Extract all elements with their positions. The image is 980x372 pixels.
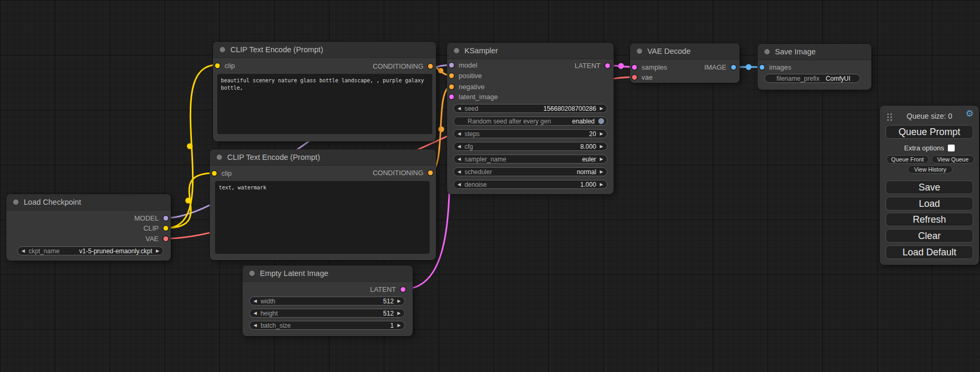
- queue-prompt-button[interactable]: Queue Prompt: [886, 125, 973, 139]
- view-queue-button[interactable]: View Queue: [932, 155, 974, 164]
- increment-arrow-icon[interactable]: ▶: [394, 297, 404, 305]
- widget-value[interactable]: 8.000: [580, 143, 596, 150]
- increment-arrow-icon[interactable]: ▶: [596, 104, 607, 112]
- increment-arrow-icon[interactable]: ▶: [394, 321, 404, 329]
- input-slot-images[interactable]: images: [760, 62, 791, 72]
- widget-value[interactable]: 1: [390, 322, 394, 329]
- node-title-bar[interactable]: CLIP Text Encode (Prompt): [213, 42, 436, 58]
- widget-value[interactable]: euler: [582, 156, 596, 163]
- widget-value[interactable]: 1.000: [580, 181, 596, 188]
- input-slot-negative[interactable]: negative: [449, 82, 484, 91]
- view-history-button[interactable]: View History: [908, 165, 953, 174]
- node-empty-latent-image[interactable]: Empty Latent Image LATENT ◀ width 512 ▶ …: [242, 265, 413, 336]
- node-clip-text-encode-negative[interactable]: CLIP Text Encode (Prompt) clip CONDITION…: [210, 149, 436, 260]
- increment-arrow-icon[interactable]: ▶: [394, 309, 404, 317]
- node-vae-decode[interactable]: VAE Decode samples vae IMAGE: [630, 43, 740, 83]
- widget-seed[interactable]: ◀ seed 156680208700286 ▶: [453, 104, 607, 113]
- toggle-knob-icon[interactable]: [598, 118, 604, 124]
- widget-value[interactable]: v1-5-pruned-emaonly.ckpt: [79, 247, 152, 255]
- port-dot-clip[interactable]: [163, 226, 168, 231]
- widget-steps[interactable]: ◀ steps 20 ▶: [453, 129, 607, 138]
- widget-batch-size[interactable]: ◀ batch_size 1 ▶: [249, 321, 405, 330]
- port-dot-conditioning[interactable]: [428, 64, 433, 69]
- node-title-bar[interactable]: Empty Latent Image: [242, 265, 413, 282]
- widget-scheduler[interactable]: ◀ scheduler normal ▶: [453, 167, 607, 176]
- node-title-bar[interactable]: Load Checkpoint: [6, 194, 171, 211]
- decrement-arrow-icon[interactable]: ◀: [454, 104, 464, 112]
- node-load-checkpoint[interactable]: Load Checkpoint MODEL CLIP VAE ◀ ckpt_na…: [6, 194, 171, 261]
- node-title-bar[interactable]: Save Image: [758, 44, 871, 60]
- input-slot-model[interactable]: model: [449, 60, 477, 70]
- output-slot-latent[interactable]: LATENT: [370, 284, 405, 294]
- increment-arrow-icon[interactable]: ▶: [152, 247, 163, 255]
- node-title-bar[interactable]: CLIP Text Encode (Prompt): [210, 149, 436, 166]
- negative-prompt-textarea[interactable]: text, watermark: [215, 181, 430, 254]
- output-slot-image[interactable]: IMAGE: [704, 62, 736, 72]
- widget-sampler-name[interactable]: ◀ sampler_name euler ▶: [453, 155, 607, 164]
- positive-prompt-textarea[interactable]: beautiful scenery nature glass bottle la…: [217, 74, 432, 134]
- input-slot-clip[interactable]: clip: [212, 168, 232, 178]
- collapse-dot-icon[interactable]: [249, 271, 255, 276]
- input-slot-positive[interactable]: positive: [449, 71, 482, 80]
- collapse-dot-icon[interactable]: [764, 49, 770, 54]
- increment-arrow-icon[interactable]: ▶: [596, 168, 607, 176]
- increment-arrow-icon[interactable]: ▶: [596, 180, 607, 188]
- collapse-dot-icon[interactable]: [454, 48, 459, 53]
- widget-cfg[interactable]: ◀ cfg 8.000 ▶: [453, 142, 607, 151]
- port-dot-model[interactable]: [163, 216, 168, 221]
- port-dot-latent[interactable]: [449, 94, 454, 99]
- widget-value[interactable]: 512: [383, 310, 394, 317]
- input-slot-samples[interactable]: samples: [632, 62, 667, 72]
- output-slot-vae[interactable]: VAE: [145, 234, 168, 243]
- increment-arrow-icon[interactable]: ▶: [596, 155, 607, 163]
- collapse-dot-icon[interactable]: [637, 49, 642, 54]
- increment-arrow-icon[interactable]: ▶: [596, 142, 607, 150]
- clear-button[interactable]: Clear: [886, 229, 973, 243]
- decrement-arrow-icon[interactable]: ◀: [250, 309, 260, 317]
- increment-arrow-icon[interactable]: ▶: [596, 130, 607, 138]
- load-default-button[interactable]: Load Default: [886, 245, 973, 259]
- node-ksampler[interactable]: KSampler model positive negative latent_…: [447, 43, 614, 194]
- widget-value[interactable]: 156680208700286: [544, 105, 596, 112]
- port-dot-conditioning[interactable]: [449, 73, 454, 78]
- decrement-arrow-icon[interactable]: ◀: [250, 297, 260, 305]
- widget-denoise[interactable]: ◀ denoise 1.000 ▶: [453, 180, 607, 189]
- node-save-image[interactable]: Save Image images filename_prefix ComfyU…: [758, 44, 871, 90]
- output-slot-clip[interactable]: CLIP: [143, 223, 168, 233]
- port-dot-vae[interactable]: [163, 236, 168, 241]
- port-dot-conditioning[interactable]: [449, 84, 454, 89]
- gear-icon[interactable]: ⚙: [966, 109, 974, 118]
- port-dot-clip[interactable]: [212, 171, 217, 176]
- node-clip-text-encode-positive[interactable]: CLIP Text Encode (Prompt) clip CONDITION…: [213, 42, 436, 141]
- refresh-button[interactable]: Refresh: [886, 213, 973, 226]
- collapse-dot-icon[interactable]: [217, 155, 222, 160]
- decrement-arrow-icon[interactable]: ◀: [454, 168, 464, 176]
- port-dot-latent[interactable]: [401, 287, 405, 292]
- port-dot-image[interactable]: [760, 65, 764, 70]
- widget-height[interactable]: ◀ height 512 ▶: [249, 309, 405, 318]
- node-title-bar[interactable]: VAE Decode: [630, 43, 740, 60]
- extra-options-checkbox[interactable]: [948, 145, 955, 151]
- output-slot-latent[interactable]: LATENT: [575, 61, 610, 70]
- input-slot-vae[interactable]: vae: [632, 72, 653, 82]
- port-dot-image[interactable]: [731, 65, 736, 70]
- output-slot-conditioning[interactable]: CONDITIONING: [373, 168, 433, 177]
- widget-value[interactable]: ComfyUI: [826, 75, 850, 82]
- collapse-dot-icon[interactable]: [13, 199, 18, 205]
- decrement-arrow-icon[interactable]: ◀: [454, 130, 464, 138]
- decrement-arrow-icon[interactable]: ◀: [454, 180, 464, 188]
- widget-random-seed-toggle[interactable]: Random seed after every gen enabled: [453, 117, 607, 126]
- decrement-arrow-icon[interactable]: ◀: [18, 247, 28, 255]
- collapse-dot-icon[interactable]: [220, 47, 225, 52]
- widget-width[interactable]: ◀ width 512 ▶: [249, 297, 405, 306]
- port-dot-vae[interactable]: [632, 75, 637, 80]
- input-slot-latent-image[interactable]: latent_image: [449, 92, 498, 101]
- widget-value[interactable]: normal: [577, 168, 596, 176]
- decrement-arrow-icon[interactable]: ◀: [454, 155, 464, 163]
- save-button[interactable]: Save: [886, 180, 973, 194]
- port-dot-clip[interactable]: [215, 63, 220, 68]
- widget-value[interactable]: 512: [383, 298, 394, 305]
- widget-filename-prefix[interactable]: filename_prefix ComfyUI: [764, 74, 860, 83]
- port-dot-model[interactable]: [449, 63, 454, 68]
- graph-canvas[interactable]: { "colors": { "model": "#B39DDB", "clip"…: [0, 0, 980, 372]
